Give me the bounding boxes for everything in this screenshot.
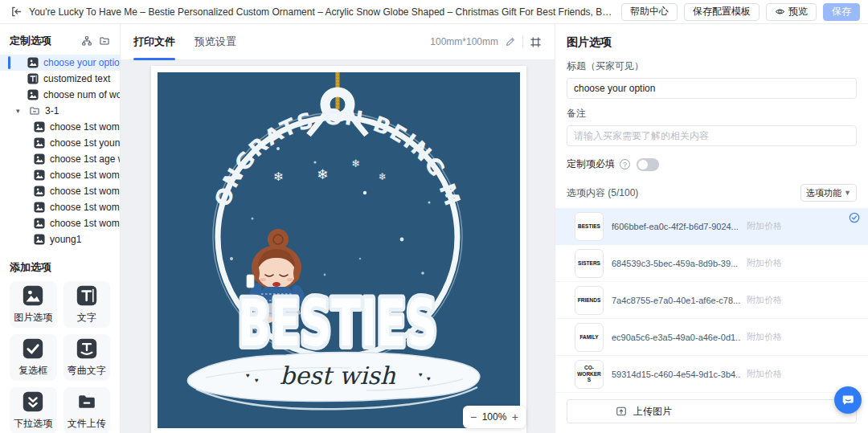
- option-id: f606bbef-ea0c-4f2f-b6d7-9024...: [612, 222, 740, 231]
- edit-size-icon[interactable]: [505, 36, 516, 47]
- sidebar-item-label: choose your option: [43, 57, 121, 68]
- sidebar-item-child[interactable]: choose 1st women ...: [0, 167, 120, 183]
- sidebar-item-label: choose 1st women ...: [50, 202, 121, 213]
- svg-text:♥: ♥: [419, 371, 423, 378]
- sidebar-item-child[interactable]: choose 1st young ...: [0, 135, 120, 151]
- option-price-link[interactable]: 附加价格: [747, 294, 782, 306]
- tile-image-option[interactable]: 图片选项: [10, 281, 57, 328]
- svg-text:♥: ♥: [246, 372, 250, 379]
- tile-label: 弯曲文字: [68, 364, 106, 378]
- option-price-link[interactable]: 附加价格: [747, 257, 782, 269]
- title-input[interactable]: [567, 78, 857, 99]
- option-thumbnail: SISTERS: [575, 249, 604, 278]
- main-area: 定制选项 choose your option customized text …: [0, 24, 868, 433]
- sidebar-group-label: 3-1: [45, 105, 59, 116]
- sidebar-item-label: choose 1st women ...: [50, 218, 121, 229]
- caret-down-icon[interactable]: ▾: [16, 107, 24, 115]
- option-id: ec90a5c6-e3a5-49a0-a46e-0d1...: [612, 333, 740, 342]
- sidebar-item-child[interactable]: choose 1st women ...: [0, 119, 120, 135]
- sidebar-item-child[interactable]: choose 1st age wo...: [0, 151, 120, 167]
- add-options-title: 添加选项: [0, 247, 120, 281]
- required-row: 定制项必填 ?: [567, 157, 857, 171]
- upload-image-label: 上传图片: [633, 405, 672, 419]
- help-icon[interactable]: ?: [620, 159, 630, 170]
- svg-text:♥: ♥: [255, 377, 259, 384]
- note-input[interactable]: [567, 125, 857, 146]
- svg-text:❄: ❄: [379, 171, 387, 182]
- help-center-button[interactable]: 帮助中心: [621, 3, 678, 21]
- option-content-row: 选项内容 (5/100) 选项功能 ▼: [567, 184, 857, 202]
- svg-text:❄: ❄: [273, 170, 284, 184]
- chevron-down-icon: ▼: [844, 189, 851, 197]
- tile-label: 复选框: [18, 364, 47, 378]
- zoom-in-button[interactable]: +: [512, 411, 518, 423]
- product-title: You're Lucky To Have Me – Bestie Persona…: [29, 6, 613, 18]
- chat-support-button[interactable]: [834, 386, 862, 414]
- sidebar-group-3-1[interactable]: ▾ 3-1: [0, 103, 120, 119]
- ornament-artwork: CONGRATS ON BEING MY ❄ ❄ ❄ ❄: [158, 72, 520, 428]
- chat-bubble-icon: [841, 393, 855, 407]
- tile-curved-text[interactable]: 弯曲文字: [63, 334, 111, 381]
- preview-button[interactable]: 预览: [766, 3, 817, 21]
- tile-file-upload[interactable]: 文件上传: [63, 387, 111, 433]
- tab-preview-settings[interactable]: 预览设置: [194, 24, 236, 60]
- left-sidebar: 定制选项 choose your option customized text …: [0, 24, 121, 433]
- sidebar-item-choose-num-of-women[interactable]: choose num of women: [0, 87, 120, 103]
- option-price-link[interactable]: 附加价格: [747, 220, 782, 232]
- canvas-header: 打印文件 预览设置 100mm*100mm: [121, 24, 555, 60]
- option-thumbnail: BESTIES: [575, 212, 604, 241]
- upload-image-button[interactable]: 上传图片: [567, 399, 857, 423]
- option-row-family[interactable]: FAMILY ec90a5c6-e3a5-49a0-a46e-0d1... 附加…: [555, 319, 868, 356]
- required-label: 定制项必填: [567, 157, 615, 171]
- save-button[interactable]: 保存: [823, 3, 860, 21]
- design-canvas[interactable]: CONGRATS ON BEING MY ❄ ❄ ❄ ❄: [151, 66, 526, 433]
- sidebar-item-child[interactable]: choose 1st women ...: [0, 215, 120, 231]
- svg-text:BESTIES: BESTIES: [238, 286, 437, 361]
- preview-label: 预览: [788, 5, 808, 18]
- tile-text[interactable]: 文字: [63, 281, 111, 328]
- folder-icon[interactable]: [99, 35, 110, 47]
- fit-frame-icon[interactable]: [530, 36, 542, 48]
- option-price-link[interactable]: 附加价格: [747, 368, 782, 380]
- sidebar-item-choose-your-option[interactable]: choose your option: [0, 55, 120, 71]
- option-thumbnail: CO-WORKERS: [575, 360, 604, 389]
- topbar-actions: 帮助中心 保存配置模板 预览 保存: [621, 3, 860, 21]
- sub-text: best wish: [280, 362, 396, 390]
- option-row-coworkers[interactable]: CO-WORKERS 59314d15-c460-4e54-9d1c-3b4..…: [555, 356, 868, 393]
- sidebar-item-child[interactable]: choose 1st women ...: [0, 199, 120, 215]
- option-id: 59314d15-c460-4e54-9d1c-3b4...: [612, 370, 740, 379]
- zoom-out-button[interactable]: −: [470, 411, 477, 423]
- sidebar-item-child[interactable]: choose 1st women ...: [0, 183, 120, 199]
- sidebar-item-young1[interactable]: young1: [0, 231, 120, 247]
- image-option-icon: [23, 285, 43, 306]
- eye-icon: [775, 6, 785, 17]
- image-option-icon: [27, 57, 39, 68]
- required-toggle[interactable]: [637, 158, 659, 171]
- tile-checkbox[interactable]: 复选框: [10, 334, 57, 381]
- canvas-size-label: 100mm*100mm: [430, 36, 498, 47]
- option-price-link[interactable]: 附加价格: [747, 331, 782, 343]
- option-row-friends[interactable]: FRIENDS 7a4c8755-e7a0-40e1-af6e-c78... 附…: [555, 282, 868, 319]
- image-option-icon: [27, 89, 39, 100]
- option-row-sisters[interactable]: SISTERS 684539c3-5bec-459a-8d9b-39... 附加…: [555, 245, 868, 282]
- add-option-tiles: 图片选项 文字 复选框 弯曲文字 下拉选项: [0, 281, 120, 433]
- tab-print-file[interactable]: 打印文件: [133, 24, 175, 60]
- image-option-icon: [34, 186, 45, 197]
- option-thumbnail: FAMILY: [575, 323, 604, 352]
- sidebar-item-label: choose 1st young ...: [50, 137, 121, 149]
- option-content-label: 选项内容 (5/100): [567, 186, 638, 200]
- sitemap-icon[interactable]: [81, 35, 92, 47]
- tile-dropdown[interactable]: 下拉选项: [10, 387, 57, 433]
- checkbox-icon: [23, 338, 43, 359]
- sidebar-item-label: choose 1st age wo...: [50, 153, 121, 165]
- panel-title: 图片选项: [567, 35, 857, 50]
- sidebar-item-customized-text[interactable]: customized text: [0, 71, 120, 87]
- sidebar-item-label: choose 1st women ...: [50, 121, 121, 133]
- image-option-icon: [34, 218, 45, 229]
- option-function-dropdown[interactable]: 选项功能 ▼: [800, 184, 857, 202]
- back-button[interactable]: [8, 4, 24, 20]
- option-function-label: 选项功能: [806, 187, 841, 199]
- save-template-button[interactable]: 保存配置模板: [684, 3, 760, 21]
- tile-label: 下拉选项: [14, 417, 52, 431]
- option-row-besties[interactable]: BESTIES f606bbef-ea0c-4f2f-b6d7-9024... …: [555, 208, 868, 245]
